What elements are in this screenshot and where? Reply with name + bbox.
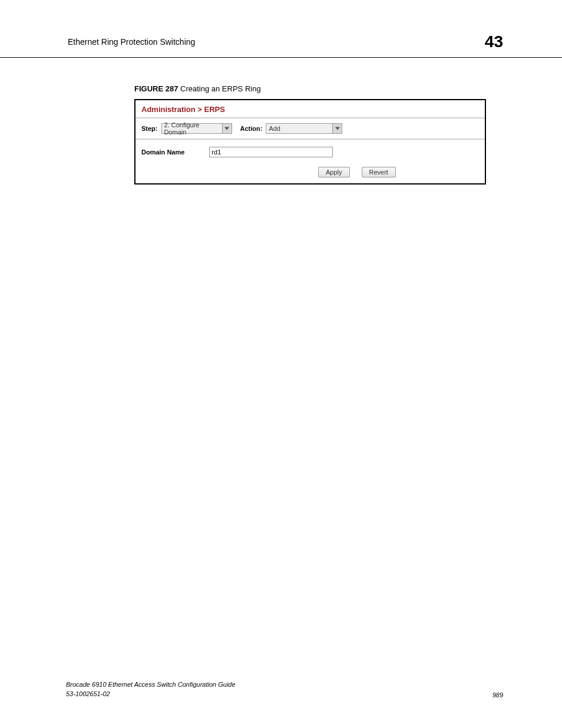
- step-dropdown[interactable]: 2. Configure Domain: [161, 123, 232, 134]
- footer-guide-title: Brocade 6910 Ethernet Access Switch Conf…: [66, 680, 236, 689]
- footer-doc-number: 53-1002651-02: [66, 690, 236, 699]
- step-label: Step:: [141, 125, 158, 132]
- footer-left: Brocade 6910 Ethernet Access Switch Conf…: [66, 680, 236, 699]
- figure-label: FIGURE 287: [134, 84, 178, 93]
- breadcrumb: Administration > ERPS: [135, 100, 485, 118]
- page-footer: Brocade 6910 Ethernet Access Switch Conf…: [66, 680, 503, 699]
- erps-config-panel: Administration > ERPS Step: 2. Configure…: [134, 99, 486, 185]
- step-action-row: Step: 2. Configure Domain Action: Add: [135, 118, 485, 140]
- domain-name-label: Domain Name: [141, 149, 184, 156]
- revert-button[interactable]: Revert: [362, 167, 396, 177]
- button-row: Apply Revert: [135, 162, 485, 183]
- page-number: 989: [492, 691, 503, 699]
- chevron-down-icon: [222, 124, 232, 133]
- action-dropdown-value: Add: [266, 125, 332, 132]
- chapter-number: 43: [485, 32, 503, 51]
- action-label: Action:: [240, 125, 263, 132]
- page-header: Ethernet Ring Protection Switching 43: [0, 0, 562, 58]
- section-title: Ethernet Ring Protection Switching: [68, 37, 195, 47]
- chevron-down-icon: [332, 124, 342, 133]
- domain-name-input[interactable]: [209, 147, 333, 157]
- figure-caption: FIGURE 287 Creating an ERPS Ring: [134, 84, 562, 93]
- apply-button[interactable]: Apply: [318, 167, 350, 177]
- figure-title: Creating an ERPS Ring: [180, 84, 261, 93]
- domain-name-row: Domain Name: [135, 140, 485, 162]
- step-dropdown-value: 2. Configure Domain: [162, 121, 222, 136]
- action-dropdown[interactable]: Add: [266, 123, 342, 134]
